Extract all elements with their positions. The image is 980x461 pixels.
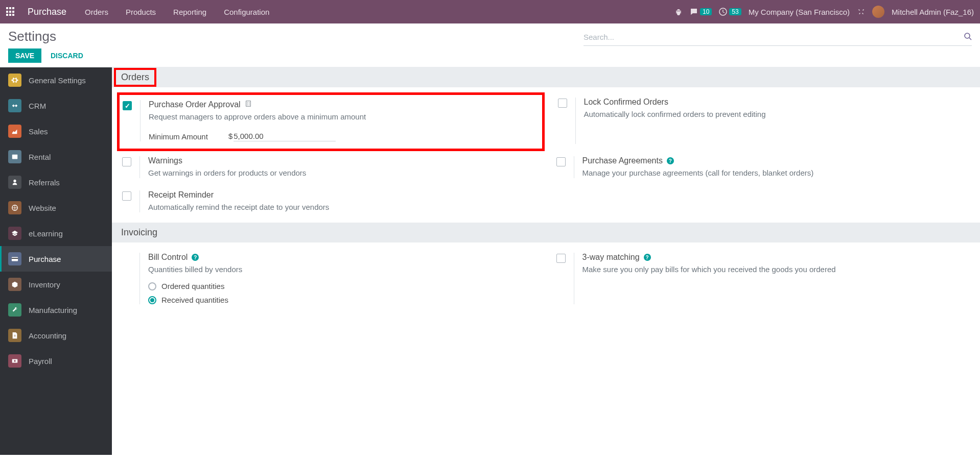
sidebar-item-label: Sales	[29, 127, 48, 136]
sidebar-item-label: Purchase	[29, 255, 61, 263]
settings-content: Orders Purchase Order Approval Request m…	[112, 67, 980, 455]
search-wrap	[584, 29, 972, 46]
developer-tools-icon[interactable]	[857, 8, 865, 16]
cp-right	[490, 29, 972, 63]
setting-receipt-reminder: Receipt Reminder Automatically remind th…	[122, 190, 536, 212]
svg-rect-6	[12, 258, 18, 259]
app-title[interactable]: Purchase	[28, 7, 66, 17]
svg-point-8	[14, 360, 16, 362]
messages-icon[interactable]: 10	[690, 8, 712, 16]
purchase-agreements-desc: Manage your purchase agreements (call fo…	[582, 167, 970, 178]
sidebar-item-manufacturing[interactable]: Manufacturing	[0, 297, 112, 323]
money-icon	[8, 354, 21, 368]
sidebar-item-inventory[interactable]: Inventory	[0, 272, 112, 297]
wrench-icon	[8, 303, 21, 317]
sidebar-item-purchase[interactable]: Purchase	[0, 246, 112, 272]
svg-rect-5	[12, 257, 18, 261]
avatar[interactable]	[872, 6, 884, 18]
sidebar-item-label: CRM	[29, 102, 46, 110]
main: General Settings CRM Sales Rental Referr…	[0, 67, 980, 455]
sidebar-item-label: Accounting	[29, 331, 66, 340]
help-icon[interactable]: ?	[667, 157, 674, 164]
discard-button[interactable]: DISCARD	[43, 48, 90, 63]
setting-lock-confirmed: Lock Confirmed Orders Automatically lock…	[558, 98, 970, 144]
setting-purchase-agreements: Purchase Agreements ? Manage your purcha…	[556, 156, 970, 178]
min-amount-label: Minimum Amount	[149, 132, 208, 141]
checkbox-lock-confirmed[interactable]	[558, 99, 567, 108]
menu-orders[interactable]: Orders	[81, 3, 112, 21]
sidebar-item-elearning[interactable]: eLearning	[0, 221, 112, 246]
gear-icon	[8, 74, 21, 87]
sidebar-item-label: Manufacturing	[29, 306, 77, 314]
lock-confirmed-title: Lock Confirmed Orders	[584, 98, 970, 107]
currency-symbol: $	[228, 132, 232, 140]
sidebar-item-referrals[interactable]: Referrals	[0, 169, 112, 195]
setting-bill-control: Bill Control ? Quantities billed by vend…	[122, 253, 536, 304]
purchase-agreements-title: Purchase Agreements	[582, 156, 663, 165]
radio-label: Received quantities	[161, 296, 228, 304]
radio-ordered-qty[interactable]: Ordered quantities	[148, 282, 536, 290]
bill-control-desc: Quantities billed by vendors	[148, 264, 536, 275]
menu-reporting[interactable]: Reporting	[169, 3, 211, 21]
apps-icon[interactable]	[6, 7, 15, 16]
settings-sidebar: General Settings CRM Sales Rental Referr…	[0, 67, 112, 455]
sidebar-item-accounting[interactable]: Accounting	[0, 323, 112, 348]
radio-button	[148, 296, 156, 304]
page-title: Settings	[8, 29, 490, 44]
section-heading-orders: Orders	[112, 67, 980, 87]
radio-label: Ordered quantities	[161, 282, 224, 290]
sidebar-item-rental[interactable]: Rental	[0, 144, 112, 169]
user-menu[interactable]: Mitchell Admin (Faz_16)	[892, 8, 974, 16]
activities-icon[interactable]: 53	[719, 8, 741, 16]
svg-point-1	[965, 33, 970, 38]
help-icon[interactable]: ?	[644, 254, 651, 261]
people-icon	[8, 176, 21, 189]
menu-products[interactable]: Products	[122, 3, 160, 21]
receipt-reminder-title: Receipt Reminder	[148, 190, 536, 200]
messages-badge: 10	[700, 8, 712, 15]
chart-icon	[8, 125, 21, 138]
sidebar-item-crm[interactable]: CRM	[0, 93, 112, 118]
checkbox-3way-matching[interactable]	[556, 254, 566, 263]
company-specific-icon[interactable]	[245, 100, 252, 109]
save-button[interactable]: SAVE	[8, 48, 41, 63]
cp-left: Settings SAVE DISCARD	[8, 29, 490, 63]
warnings-title: Warnings	[148, 156, 536, 165]
lock-confirmed-desc: Automatically lock confirmed orders to p…	[584, 109, 970, 119]
3way-title: 3-way matching	[582, 253, 640, 262]
handshake-icon	[8, 99, 21, 112]
document-icon	[8, 329, 21, 342]
warnings-desc: Get warnings in orders for products or v…	[148, 167, 536, 178]
debug-icon[interactable]	[674, 8, 683, 16]
radio-button	[148, 282, 156, 290]
credit-card-icon	[8, 252, 21, 265]
po-approval-title: Purchase Order Approval	[149, 100, 241, 109]
sidebar-item-sales[interactable]: Sales	[0, 118, 112, 144]
help-icon[interactable]: ?	[192, 254, 199, 261]
checkbox-purchase-agreements[interactable]	[556, 157, 566, 166]
svg-point-3	[13, 180, 16, 182]
sidebar-item-label: Inventory	[29, 280, 60, 289]
orders-heading-highlight: Orders	[114, 68, 156, 87]
menu-configuration[interactable]: Configuration	[220, 3, 273, 21]
sidebar-item-payroll[interactable]: Payroll	[0, 348, 112, 374]
key-icon	[8, 150, 21, 163]
checkbox-receipt-reminder[interactable]	[122, 191, 131, 201]
search-input[interactable]	[584, 31, 964, 43]
sidebar-item-general-settings[interactable]: General Settings	[0, 67, 112, 93]
search-icon[interactable]	[964, 32, 972, 42]
sidebar-item-label: Website	[29, 204, 56, 212]
section-heading-invoicing: Invoicing	[112, 223, 980, 242]
bill-control-radio-group: Ordered quantities Received quantities	[148, 282, 536, 304]
receipt-reminder-desc: Automatically remind the receipt date to…	[148, 202, 536, 212]
checkbox-warnings[interactable]	[122, 157, 131, 166]
sidebar-item-label: Rental	[29, 153, 51, 161]
bill-control-title: Bill Control	[148, 253, 188, 262]
min-amount-input[interactable]	[234, 131, 336, 141]
radio-received-qty[interactable]: Received quantities	[148, 296, 536, 304]
activities-badge: 53	[729, 8, 741, 15]
po-approval-desc: Request managers to approve orders above…	[149, 111, 535, 122]
sidebar-item-website[interactable]: Website	[0, 195, 112, 221]
checkbox-po-approval[interactable]	[123, 101, 132, 110]
company-switcher[interactable]: My Company (San Francisco)	[749, 8, 850, 16]
